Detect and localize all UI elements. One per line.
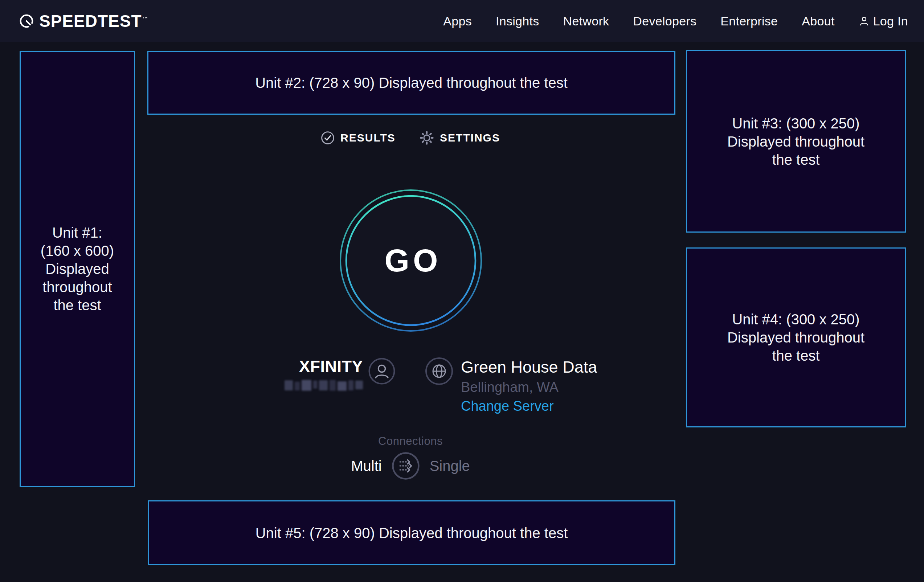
- change-server-link[interactable]: Change Server: [461, 398, 554, 414]
- header: SPEEDTEST™ Apps Insights Network Develop…: [0, 0, 924, 42]
- connections-toggle[interactable]: [391, 452, 420, 480]
- speedtest-page: SPEEDTEST™ Apps Insights Network Develop…: [0, 0, 924, 582]
- person-icon: [368, 358, 396, 386]
- nav-item-insights[interactable]: Insights: [496, 14, 539, 28]
- speedtest-gauge-icon: [19, 13, 34, 29]
- ad-text-line: Unit #5: (728 x 90) Displayed throughout…: [256, 524, 568, 542]
- ad-text-line: Displayed throughout: [727, 328, 865, 346]
- connections-single-option[interactable]: Single: [430, 458, 470, 474]
- gear-icon: [419, 130, 434, 145]
- main-nav: Apps Insights Network Developers Enterpr…: [443, 14, 908, 28]
- ad-unit-4[interactable]: Unit #4: (300 x 250) Displayed throughou…: [686, 247, 906, 427]
- nav-item-apps[interactable]: Apps: [443, 14, 472, 28]
- server-name: Green House Data: [461, 358, 597, 377]
- user-outline-icon: [859, 16, 870, 26]
- logo-text: SPEEDTEST™: [39, 11, 148, 31]
- ad-text-line: (160 x 600): [41, 242, 114, 260]
- connections-multi-option[interactable]: Multi: [351, 458, 381, 474]
- ad-unit-1[interactable]: Unit #1: (160 x 600) Displayed throughou…: [20, 51, 135, 487]
- ad-text-line: the test: [53, 296, 101, 314]
- connections-row: Multi Single: [135, 452, 686, 480]
- nav-item-about[interactable]: About: [802, 14, 834, 28]
- login-button[interactable]: Log In: [859, 14, 908, 28]
- check-circle-icon: [321, 131, 335, 145]
- nav-item-developers[interactable]: Developers: [633, 14, 696, 28]
- tab-results-label: RESULTS: [340, 132, 396, 144]
- go-button[interactable]: GO: [338, 187, 484, 334]
- ad-text-line: Displayed throughout: [727, 132, 865, 150]
- ad-text-line: Unit #3: (300 x 250): [732, 114, 860, 132]
- ad-text-line: throughout: [43, 278, 112, 296]
- tab-results[interactable]: RESULTS: [321, 131, 396, 145]
- ad-unit-3[interactable]: Unit #3: (300 x 250) Displayed throughou…: [686, 50, 906, 232]
- tabs-row: RESULTS SETTING: [135, 130, 686, 145]
- connections-label: Connections: [135, 435, 686, 448]
- isp-ip-redacted: [285, 379, 363, 391]
- logo-trademark: ™: [143, 15, 148, 21]
- tab-settings[interactable]: SETTINGS: [419, 130, 500, 145]
- speedtest-logo[interactable]: SPEEDTEST™: [19, 11, 148, 31]
- tab-settings-label: SETTINGS: [440, 132, 500, 144]
- ad-unit-2[interactable]: Unit #2: (728 x 90) Displayed throughout…: [147, 51, 675, 115]
- login-label: Log In: [873, 14, 908, 28]
- ad-unit-5[interactable]: Unit #5: (728 x 90) Displayed throughout…: [148, 500, 675, 565]
- server-location: Bellingham, WA: [461, 379, 559, 395]
- ad-text-line: Unit #1:: [52, 224, 102, 242]
- isp-name: XFINITY: [254, 357, 363, 376]
- nav-item-network[interactable]: Network: [563, 14, 609, 28]
- nav-item-enterprise[interactable]: Enterprise: [720, 14, 778, 28]
- ad-text-line: Displayed: [45, 260, 109, 278]
- go-label: GO: [338, 187, 484, 334]
- ad-text-line: Unit #4: (300 x 250): [732, 310, 860, 328]
- ad-text-line: the test: [772, 150, 820, 169]
- ad-text-line: the test: [772, 346, 820, 364]
- ad-text-line: Unit #2: (728 x 90) Displayed throughout…: [255, 74, 568, 92]
- multi-arrows-icon: [391, 452, 420, 480]
- globe-icon: [425, 357, 454, 387]
